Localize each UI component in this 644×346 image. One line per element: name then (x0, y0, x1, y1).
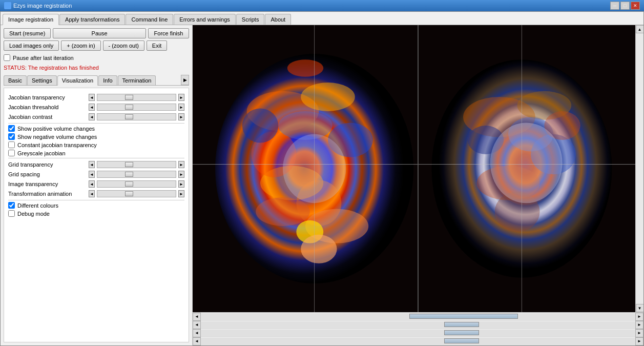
sub-scrollbar-2: ◄ ► (193, 329, 643, 337)
sub-scrollbar-1: ◄ ► (193, 321, 643, 329)
sub-tab-bar: Basic Settings Visualization Info Termin… (4, 75, 189, 86)
tab-apply-transformations[interactable]: Apply transformations (59, 14, 125, 25)
tab-image-registration[interactable]: Image registration (3, 14, 59, 25)
tab-scripts[interactable]: Scripts (236, 14, 265, 25)
scroll-right-sub1-button[interactable]: ► (635, 321, 643, 329)
window-controls: ─ □ ✕ (610, 2, 640, 10)
image-transparency-right-arrow[interactable]: ► (178, 180, 184, 188)
divider-3 (8, 200, 184, 200)
jacobian-transparency-slider[interactable] (97, 94, 176, 101)
jacobian-contrast-slider[interactable] (97, 113, 176, 120)
grid-transparency-left-arrow[interactable]: ◄ (89, 161, 95, 168)
app-window: Image registration Apply transformations… (0, 11, 644, 346)
left-panel: Start (resume) Pause Force finish Load i… (1, 25, 193, 345)
force-finish-button[interactable]: Force finish (148, 28, 189, 38)
status-text: STATUS: The registration has finished (4, 65, 189, 71)
scroll-right-sub2-button[interactable]: ► (635, 329, 643, 337)
transformation-animation-slider[interactable] (97, 190, 176, 197)
pause-checkbox-row: Pause after last iteration (4, 54, 189, 61)
show-negative-label: Show negative volume changes (17, 134, 97, 140)
divider-2 (8, 158, 184, 158)
title-bar: Ezys image registration ─ □ ✕ (0, 0, 644, 11)
visualization-settings-panel: Jacobian transparency ◄ ► Jacobian thres… (4, 88, 189, 342)
sub-tab-basic[interactable]: Basic (4, 75, 27, 85)
jacobian-contrast-left-arrow[interactable]: ◄ (89, 113, 95, 120)
app-icon (4, 2, 11, 9)
jacobian-transparency-right-arrow[interactable]: ► (178, 94, 184, 101)
sub-tab-visualization[interactable]: Visualization (57, 75, 98, 86)
exit-button[interactable]: Exit (147, 40, 167, 51)
debug-mode-label: Debug mode (17, 211, 50, 217)
scroll-left-sub2-button[interactable]: ◄ (193, 329, 201, 337)
transformation-animation-left-arrow[interactable]: ◄ (89, 190, 95, 197)
svg-point-17 (301, 235, 337, 263)
scroll-left-main-button[interactable]: ◄ (193, 313, 201, 321)
jacobian-contrast-right-arrow[interactable]: ► (178, 113, 184, 120)
scroll-track-vertical[interactable] (636, 33, 643, 304)
jacobian-threshold-left-arrow[interactable]: ◄ (89, 104, 95, 111)
grid-transparency-right-arrow[interactable]: ► (178, 161, 184, 168)
scroll-left-sub1-button[interactable]: ◄ (193, 321, 201, 329)
toolbar-row-2: Load images only + (zoom in) - (zoom out… (4, 40, 189, 51)
scroll-track-sub1-h[interactable] (201, 321, 635, 329)
show-negative-row: Show negative volume changes (8, 133, 184, 140)
image-transparency-row: Image transparency ◄ ► (8, 180, 184, 188)
scroll-right-sub3-button[interactable]: ► (635, 337, 643, 345)
debug-mode-checkbox[interactable] (8, 210, 15, 217)
image-viewer-panel: ▲ ▼ ◄ ► ◄ (193, 25, 643, 345)
greyscale-jacobian-checkbox[interactable] (8, 150, 15, 156)
show-positive-checkbox[interactable] (8, 125, 15, 132)
zoom-out-button[interactable]: - (zoom out) (103, 40, 144, 51)
sub-tab-scroll-arrow[interactable]: ▶ (181, 75, 189, 85)
sub-tab-settings[interactable]: Settings (27, 75, 57, 85)
toolbar-row-1: Start (resume) Pause Force finish (4, 28, 189, 38)
grid-transparency-label: Grid transparency (8, 161, 87, 168)
constant-jacobian-checkbox[interactable] (8, 141, 15, 148)
svg-point-12 (256, 197, 310, 226)
grid-spacing-left-arrow[interactable]: ◄ (89, 171, 95, 178)
transformation-animation-right-arrow[interactable]: ► (178, 190, 184, 197)
tab-about[interactable]: About (265, 14, 291, 25)
sub-tab-info[interactable]: Info (98, 75, 117, 85)
jacobian-threshold-slider[interactable] (97, 104, 176, 111)
jacobian-transparency-left-arrow[interactable]: ◄ (89, 94, 95, 101)
scroll-track-sub2-h[interactable] (201, 330, 635, 337)
image-area[interactable]: ▲ ▼ (193, 25, 643, 312)
sub-tab-termination[interactable]: Termination (118, 75, 156, 85)
image-transparency-label: Image transparency (8, 181, 87, 187)
scroll-left-sub3-button[interactable]: ◄ (193, 337, 201, 345)
scroll-track-main-h[interactable] (201, 313, 635, 320)
constant-jacobian-row: Constant jacobian transparency (8, 141, 184, 148)
greyscale-jacobian-row: Greyscale jacobian (8, 150, 184, 156)
transformation-animation-row: Transformation animation ◄ ► (8, 190, 184, 197)
image-transparency-slider[interactable] (97, 180, 176, 188)
image-transparency-left-arrow[interactable]: ◄ (89, 180, 95, 188)
grid-transparency-row: Grid transparency ◄ ► (8, 161, 184, 168)
sub-scrollbar-3: ◄ ► (193, 337, 643, 345)
maximize-button[interactable]: □ (620, 2, 630, 10)
scroll-down-button[interactable]: ▼ (636, 304, 644, 312)
different-colours-row: Different colours (8, 202, 184, 209)
window-title: Ezys image registration (13, 3, 610, 9)
pause-button[interactable]: Pause (53, 28, 146, 38)
grid-spacing-row: Grid spacing ◄ ► (8, 171, 184, 178)
svg-point-13 (287, 59, 323, 77)
debug-mode-row: Debug mode (8, 210, 184, 217)
different-colours-checkbox[interactable] (8, 202, 15, 209)
load-images-button[interactable]: Load images only (4, 40, 59, 51)
close-button[interactable]: ✕ (631, 2, 640, 10)
show-negative-checkbox[interactable] (8, 133, 15, 140)
tab-errors-warnings[interactable]: Errors and warnings (174, 14, 235, 25)
grid-spacing-slider[interactable] (97, 171, 176, 178)
pause-after-iteration-checkbox[interactable] (4, 54, 10, 61)
minimize-button[interactable]: ─ (610, 2, 619, 10)
zoom-in-button[interactable]: + (zoom in) (61, 40, 100, 51)
grid-transparency-slider[interactable] (97, 161, 176, 168)
start-resume-button[interactable]: Start (resume) (4, 28, 51, 38)
grid-spacing-right-arrow[interactable]: ► (178, 171, 184, 178)
jacobian-threshold-right-arrow[interactable]: ► (178, 104, 184, 111)
tab-command-line[interactable]: Command line (126, 14, 173, 25)
scroll-track-sub3-h[interactable] (201, 338, 635, 345)
scroll-right-main-button[interactable]: ► (635, 313, 643, 321)
scroll-up-button[interactable]: ▲ (636, 25, 644, 33)
